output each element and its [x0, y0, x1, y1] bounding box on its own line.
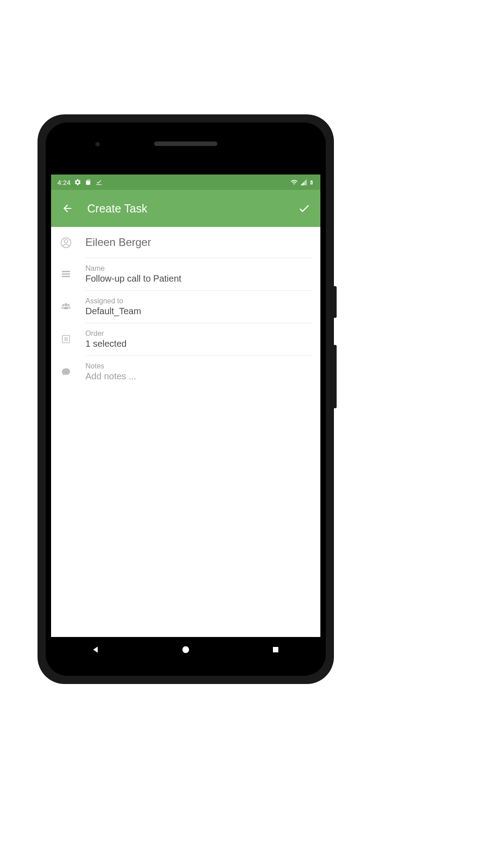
- svg-rect-4: [62, 276, 70, 277]
- patient-name: Eileen Berger: [85, 236, 312, 249]
- check-icon: [298, 202, 310, 215]
- order-field-row[interactable]: Order 1 selected: [51, 323, 320, 356]
- notes-label: Notes: [85, 362, 312, 370]
- comment-icon: [59, 365, 73, 378]
- back-button[interactable]: [56, 198, 78, 219]
- bars-icon: [59, 267, 73, 281]
- person-icon: [59, 236, 73, 250]
- speaker-grill: [154, 142, 217, 146]
- assigned-value: Default_Team: [85, 306, 312, 316]
- name-field-row[interactable]: Name Follow-up call to Patient: [51, 258, 320, 291]
- status-time: 4:24: [57, 179, 70, 186]
- camera-dot: [95, 142, 100, 146]
- group-icon: [59, 300, 73, 313]
- wifi-icon: [290, 179, 298, 186]
- status-bar: 4:24: [51, 175, 320, 190]
- confirm-button[interactable]: [293, 198, 315, 219]
- list-icon: [59, 332, 73, 346]
- sd-card-icon: [85, 179, 91, 186]
- nav-recent-button[interactable]: [258, 641, 294, 659]
- svg-point-7: [68, 304, 70, 307]
- name-value: Follow-up call to Patient: [85, 274, 312, 284]
- device-frame: 4:24: [38, 114, 334, 684]
- svg-rect-13: [273, 647, 278, 652]
- notes-placeholder: Add notes ...: [85, 371, 312, 382]
- assigned-label: Assigned to: [85, 297, 312, 305]
- check-underline-icon: [95, 179, 103, 186]
- volume-button: [334, 345, 337, 408]
- svg-point-6: [62, 304, 65, 307]
- svg-point-12: [182, 646, 189, 653]
- page-title: Create Task: [87, 202, 293, 215]
- power-button: [334, 286, 337, 318]
- status-left: 4:24: [57, 179, 103, 186]
- order-label: Order: [85, 330, 312, 338]
- circle-home-icon: [181, 645, 190, 654]
- arrow-left-icon: [61, 203, 73, 214]
- nav-back-button[interactable]: [78, 641, 114, 659]
- square-recent-icon: [272, 646, 280, 654]
- form-content: Eileen Berger Name Follow-up call to Pat…: [51, 227, 320, 637]
- svg-rect-3: [62, 274, 70, 275]
- assigned-field-row[interactable]: Assigned to Default_Team: [51, 291, 320, 323]
- order-value: 1 selected: [85, 339, 312, 349]
- status-right: [290, 179, 314, 186]
- name-label: Name: [85, 264, 312, 273]
- triangle-back-icon: [91, 645, 100, 654]
- notes-field-row[interactable]: Notes Add notes ...: [51, 356, 320, 388]
- android-nav-bar: [51, 637, 320, 662]
- svg-rect-2: [62, 271, 70, 272]
- device-inner: 4:24: [46, 123, 326, 676]
- signal-icon: [300, 179, 307, 186]
- nav-home-button[interactable]: [168, 641, 204, 659]
- gear-icon: [74, 179, 81, 186]
- patient-row[interactable]: Eileen Berger: [51, 227, 320, 258]
- svg-point-1: [64, 240, 68, 243]
- app-bar: Create Task: [51, 190, 320, 227]
- screen: 4:24: [51, 175, 320, 662]
- battery-charging-icon: [309, 179, 314, 186]
- svg-point-5: [65, 303, 67, 306]
